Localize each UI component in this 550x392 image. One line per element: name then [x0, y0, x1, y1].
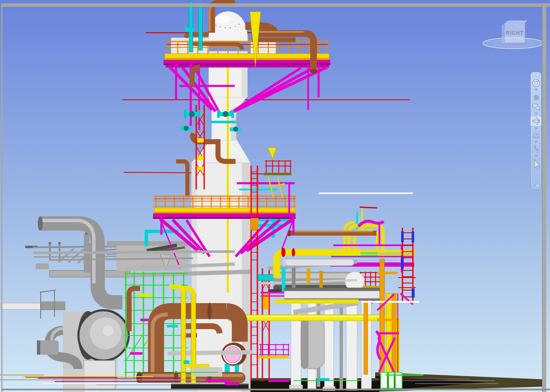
customize-grip-icon[interactable]	[535, 184, 540, 188]
steering-wheel-icon[interactable]	[531, 78, 541, 88]
view-cube-face-label: RIGHT	[506, 30, 524, 36]
window-border-top	[1, 3, 550, 7]
pan-hand-icon[interactable]	[531, 92, 541, 102]
walk-icon[interactable]	[531, 144, 541, 154]
cad-window: RIGHT ×	[0, 0, 550, 392]
model-canvas[interactable]: RIGHT	[0, 0, 550, 392]
chevron-down-icon[interactable]	[534, 141, 538, 143]
chevron-down-icon[interactable]	[534, 127, 538, 129]
select-arrow-icon[interactable]	[531, 158, 541, 172]
yellow-center-pipe	[227, 54, 229, 293]
chevron-down-icon[interactable]	[534, 89, 538, 91]
window-border-right	[542, 3, 546, 392]
chevron-down-icon[interactable]	[534, 155, 538, 157]
orbit-icon[interactable]	[530, 116, 542, 127]
window-border-left	[1, 3, 3, 392]
3d-viewport[interactable]: RIGHT ×	[1, 3, 546, 390]
look-around-icon[interactable]	[531, 130, 541, 140]
close-icon[interactable]: ×	[536, 73, 540, 78]
chevron-down-icon[interactable]	[534, 113, 538, 114]
pink-blind-flange	[225, 347, 241, 363]
navigation-bar[interactable]: ×	[530, 72, 542, 190]
window-border-bottom	[1, 389, 550, 390]
zoom-window-icon[interactable]	[531, 102, 541, 112]
